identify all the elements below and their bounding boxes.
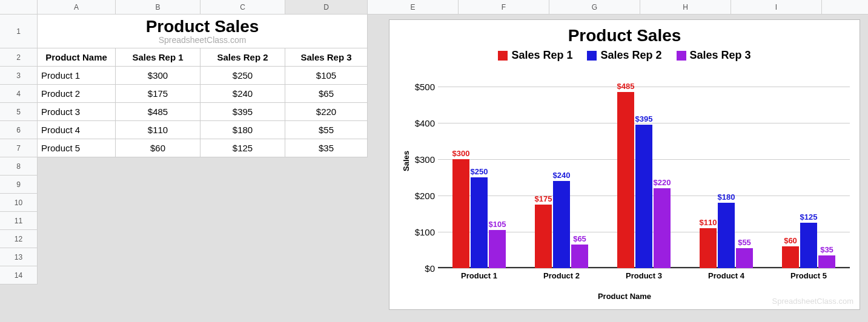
bar[interactable] <box>452 159 469 268</box>
col-header-F[interactable]: F <box>459 0 549 14</box>
table-title: Product Sales <box>38 15 367 36</box>
grid-line <box>438 87 850 87</box>
col-header-product[interactable]: Product Name <box>38 48 116 66</box>
bar[interactable] <box>654 188 671 268</box>
y-tick-label: $200 <box>405 191 435 201</box>
cell-3-0[interactable]: Product 4 <box>38 121 116 139</box>
x-category-label: Product 5 <box>790 271 827 280</box>
cell-3-1[interactable]: $110 <box>116 121 200 139</box>
legend-item-1[interactable]: Sales Rep 2 <box>587 49 661 62</box>
legend-label: Sales Rep 1 <box>511 49 572 62</box>
title-cell[interactable]: Product Sales SpreadsheetClass.com <box>38 15 368 48</box>
row-header-10[interactable]: 10 <box>0 194 38 212</box>
col-header-E[interactable]: E <box>368 0 459 14</box>
bar[interactable] <box>736 248 753 268</box>
cell-2-1[interactable]: $485 <box>116 103 200 120</box>
bar[interactable] <box>553 181 570 268</box>
col-header-rep3[interactable]: Sales Rep 3 <box>285 48 368 66</box>
cell-2-2[interactable]: $395 <box>200 103 285 120</box>
x-category-label: Product 4 <box>708 271 744 280</box>
cell-2-3[interactable]: $220 <box>285 103 368 120</box>
col-header-H[interactable]: H <box>640 0 731 14</box>
col-header-A[interactable]: A <box>38 0 116 14</box>
table-subtitle: SpreadsheetClass.com <box>38 35 367 45</box>
row-header-12[interactable]: 12 <box>0 230 38 248</box>
cell-4-3[interactable]: $35 <box>285 139 368 157</box>
col-header-I[interactable]: I <box>731 0 822 14</box>
col-header-B[interactable]: B <box>116 0 200 14</box>
row-header-5[interactable]: 5 <box>0 103 38 121</box>
bar[interactable] <box>635 125 652 268</box>
col-header-C[interactable]: C <box>200 0 285 14</box>
cell-0-0[interactable]: Product 1 <box>38 67 116 84</box>
legend-item-2[interactable]: Sales Rep 3 <box>677 49 751 62</box>
x-category-label: Product 2 <box>543 271 580 280</box>
col-header-D[interactable]: D <box>285 0 368 14</box>
bar-value-label: $300 <box>452 149 470 158</box>
bar[interactable] <box>782 246 799 268</box>
chart-title: Product Sales <box>389 26 860 45</box>
cell-0-2[interactable]: $250 <box>200 67 285 84</box>
y-tick-label: $500 <box>405 82 435 92</box>
col-header-rep2[interactable]: Sales Rep 2 <box>200 48 285 66</box>
row-header-1[interactable]: 1 <box>0 15 38 48</box>
chart-plot-area: $0$100$200$300$400$500$300$250$105Produc… <box>438 87 850 268</box>
table-row: Product 5$60$125$35 <box>38 139 368 157</box>
cell-1-0[interactable]: Product 2 <box>38 85 116 102</box>
cell-4-0[interactable]: Product 5 <box>38 139 116 157</box>
cell-1-1[interactable]: $175 <box>116 85 200 102</box>
chart-container[interactable]: Product Sales Sales Rep 1 Sales Rep 2 Sa… <box>389 19 860 310</box>
cell-4-2[interactable]: $125 <box>200 139 285 157</box>
bar[interactable] <box>700 228 717 268</box>
bar[interactable] <box>800 223 817 268</box>
row-header-8[interactable]: 8 <box>0 157 38 176</box>
row-header-9[interactable]: 9 <box>0 176 38 194</box>
cell-1-2[interactable]: $240 <box>200 85 285 102</box>
bar[interactable] <box>617 92 634 268</box>
row-header-3[interactable]: 3 <box>0 67 38 85</box>
row-header-13[interactable]: 13 <box>0 248 38 266</box>
row-header-6[interactable]: 6 <box>0 121 38 139</box>
bar[interactable] <box>818 255 835 268</box>
grid-area[interactable]: Product Sales SpreadsheetClass.com Produ… <box>38 15 868 322</box>
bar-value-label: $485 <box>617 82 635 91</box>
row-header-4[interactable]: 4 <box>0 85 38 103</box>
legend-label: Sales Rep 3 <box>690 49 751 62</box>
row-header-column: 1234567891011121314 <box>0 15 38 284</box>
row-header-14[interactable]: 14 <box>0 266 38 284</box>
cell-2-0[interactable]: Product 3 <box>38 103 116 120</box>
table-row: Product 4$110$180$55 <box>38 121 368 139</box>
bar[interactable] <box>471 177 488 268</box>
col-header-rep1[interactable]: Sales Rep 1 <box>116 48 200 66</box>
row-header-2[interactable]: 2 <box>0 48 38 67</box>
y-tick-label: $300 <box>405 154 435 165</box>
cell-0-1[interactable]: $300 <box>116 67 200 84</box>
bar[interactable] <box>571 245 588 268</box>
col-header-G[interactable]: G <box>549 0 640 14</box>
cell-4-1[interactable]: $60 <box>116 139 200 157</box>
table-row: Product 2$175$240$65 <box>38 85 368 103</box>
row-header-7[interactable]: 7 <box>0 139 38 157</box>
bar-value-label: $55 <box>738 238 751 247</box>
bar[interactable] <box>718 203 735 268</box>
bar[interactable] <box>535 205 552 268</box>
legend-swatch-icon <box>677 51 686 61</box>
bar[interactable] <box>489 230 506 268</box>
select-all-corner[interactable] <box>0 0 38 15</box>
cell-1-3[interactable]: $65 <box>285 85 368 102</box>
x-category-label: Product 3 <box>626 271 662 280</box>
table-row: Product 1$300$250$105 <box>38 67 368 85</box>
chart-legend: Sales Rep 1 Sales Rep 2 Sales Rep 3 <box>389 49 860 62</box>
cell-3-3[interactable]: $55 <box>285 121 368 139</box>
legend-label: Sales Rep 2 <box>600 49 661 62</box>
chart-watermark: SpreadsheetClass.com <box>772 297 853 306</box>
bar-value-label: $180 <box>718 192 735 202</box>
cell-0-3[interactable]: $105 <box>285 67 368 84</box>
bar-value-label: $175 <box>535 194 552 203</box>
x-category-label: Product 1 <box>461 271 497 280</box>
legend-item-0[interactable]: Sales Rep 1 <box>498 49 572 62</box>
bar-value-label: $105 <box>489 220 506 229</box>
row-header-11[interactable]: 11 <box>0 212 38 230</box>
cell-3-2[interactable]: $180 <box>200 121 285 139</box>
header-row: Product Name Sales Rep 1 Sales Rep 2 Sal… <box>38 48 368 67</box>
